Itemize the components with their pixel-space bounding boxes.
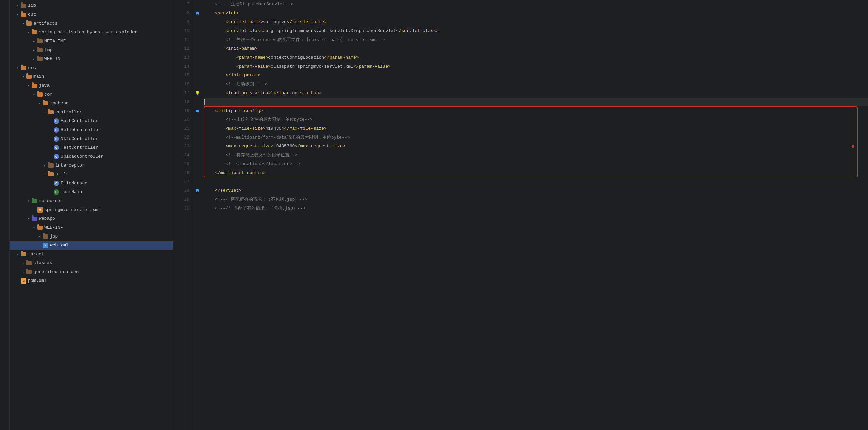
tree-item-classes[interactable]: classes [10,259,173,268]
gutter-cell [194,18,201,27]
tree-item-label: NkfcController [61,136,173,142]
tree-item-UploadController[interactable]: CUploadController [10,152,173,161]
gutter-cell [194,115,201,124]
folder-icon [43,234,48,239]
tree-item-label: WEB-INF [44,225,173,230]
folder-open-icon [21,13,26,17]
folder-icon [21,4,26,8]
tree-item-label: springmvc-servlet.xml [44,207,173,213]
line-number: 23 [173,142,190,151]
folder-icon [26,261,32,265]
class-icon: C [54,118,59,124]
tree-item-label: generated-sources [33,269,173,275]
gutter-cell [194,80,201,89]
code-line: <max-file-size>4194304</max-file-size> [204,124,868,133]
tree-item-artifacts[interactable]: artifacts [10,19,173,28]
tree-item-com[interactable]: com [10,90,173,99]
tree-item-utils[interactable]: utils [10,170,173,179]
tree-item-label: lib [28,3,173,9]
class-icon: C [54,127,59,133]
line-number: 26 [173,169,190,177]
arrow-icon [42,163,48,168]
tree-item-webxml[interactable]: Wweb.xml [10,241,173,250]
code-line: <!--<location></location>--> [204,160,868,169]
tree-item-label: AuthController [61,118,173,124]
arrow-icon [26,217,31,221]
gutter: 💡 [194,0,201,430]
arrow-icon [15,4,20,8]
code-line: <multipart-config> [204,106,868,115]
gutter-cell [194,169,201,177]
code-line: </init-param> [204,71,868,80]
tree-item-java[interactable]: java [10,81,173,90]
tree-item-webapp[interactable]: webapp [10,214,173,223]
tree-item-controller[interactable]: controller [10,108,173,117]
bookmarks-tab[interactable] [0,0,10,430]
code-line: </servlet> [204,186,868,195]
arrow-icon [42,172,48,176]
tree-item-interceptor[interactable]: interceptor [10,161,173,170]
gutter-cell: 💡 [194,89,201,98]
folder-open-icon [26,75,32,79]
cursor [204,99,205,105]
code-area[interactable]: <!--1.注册DispatcherServlet--> <servlet> <… [201,0,868,430]
tree-item-zpchcbd[interactable]: zpchcbd [10,99,173,108]
folder-open-icon [48,110,54,114]
tree-item-AuthController[interactable]: CAuthController [10,117,173,126]
arrow-icon [42,110,48,114]
tree-item-TestController[interactable]: CTestController [10,143,173,152]
tree-item-HelloController[interactable]: CHelloController [10,126,173,134]
tree-item-label: java [39,83,173,88]
xml-file-icon: X [37,207,43,213]
line-number: 14 [173,62,190,71]
folder-open-icon [43,101,48,105]
folder-open-icon [32,84,37,88]
tree-item-label: resources [39,198,173,204]
arrow-icon [15,252,20,256]
line-number: 30 [173,204,190,213]
tree-item-WEB-INF[interactable]: WEB-INF [10,223,173,232]
tree-item-jsp[interactable]: jsp [10,232,173,241]
class-icon: C [54,136,59,142]
tree-item-label: WEB-INF [44,56,173,62]
bookmark-indicator [196,12,199,15]
code-line: <max-request-size>10485760</max-request-… [204,142,868,151]
tree-item-label: FileManage [61,181,173,186]
tree-item-NkfcController[interactable]: CNkfcController [10,134,173,143]
line-number: 12 [173,44,190,53]
tree-item-out[interactable]: out [10,10,173,19]
line-number: 21 [173,124,190,133]
arrow-icon [26,30,31,34]
tree-item-resources[interactable]: resources [10,197,173,205]
gutter-cell [194,133,201,142]
tree-item-generated-sources[interactable]: generated-sources [10,268,173,276]
class-icon: C [54,145,59,150]
tree-item-pomxml[interactable]: Mpom.xml [10,276,173,285]
tree-item-tmp[interactable]: tmp [10,46,173,55]
tree-item-spring_permission[interactable]: spring_permission_bypass_war_exploded [10,28,173,37]
tree-item-target[interactable]: target [10,250,173,259]
arrow-icon [26,199,31,203]
tree-item-label: out [28,12,173,17]
line-number: 22 [173,133,190,142]
arrow-icon [20,261,26,265]
gutter-cell [194,160,201,169]
line-number: 10 [173,27,190,35]
tree-item-WEB-INF-out[interactable]: WEB-INF [10,55,173,63]
line-number: 20 [173,115,190,124]
tree-item-lib[interactable]: lib [10,1,173,10]
arrow-icon [31,57,37,61]
tree-item-META-INF[interactable]: META-INF [10,37,173,46]
tree-item-TestMain[interactable]: CTestMain [10,188,173,197]
code-line: <!--/* 匹配所有的请求；（包括.jsp）--> [204,204,868,213]
pom-file-icon: M [21,278,26,284]
line-number: 27 [173,177,190,186]
line-number: 25 [173,160,190,169]
tree-item-src[interactable]: src [10,63,173,72]
tree-item-FileManage[interactable]: CFileManage [10,179,173,188]
class-icon: C [54,189,59,195]
tree-item-main[interactable]: main [10,72,173,81]
tree-item-label: interceptor [55,163,173,168]
tree-item-springmvc-servlet[interactable]: Xspringmvc-servlet.xml [10,205,173,214]
gutter-cell [194,27,201,35]
